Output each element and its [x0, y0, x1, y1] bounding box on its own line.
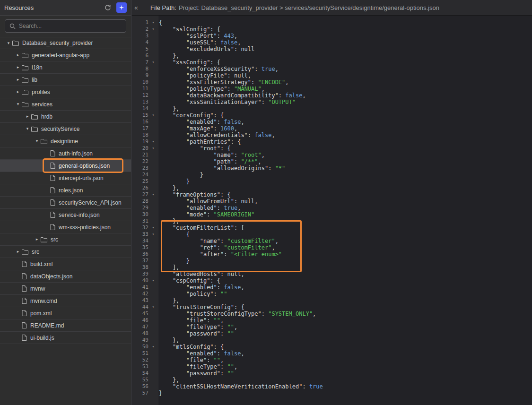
- code-line-30[interactable]: 30 "mode": "SAMEORIGIN": [132, 211, 532, 218]
- code-line-41[interactable]: 41 "enabled": false,: [132, 284, 532, 291]
- code-line-57[interactable]: 57}: [132, 390, 532, 396]
- fold-icon[interactable]: ▾: [150, 59, 157, 66]
- fold-icon[interactable]: ▾: [150, 145, 157, 152]
- code-line-24[interactable]: 24 }: [132, 172, 532, 178]
- fold-icon[interactable]: ▾: [150, 138, 157, 145]
- code-line-4[interactable]: 4 "useSSL": false,: [132, 39, 532, 46]
- fold-icon[interactable]: ▾: [150, 112, 157, 119]
- code-line-48[interactable]: 48 "password": "": [132, 330, 532, 337]
- code-line-33[interactable]: 33▾ {: [132, 231, 532, 238]
- tree-item-ui-build-js[interactable]: ui-build.js: [0, 332, 131, 344]
- fold-icon[interactable]: ▾: [150, 224, 157, 231]
- code-line-28[interactable]: 28 "allowFromUrl": null,: [132, 198, 532, 205]
- fold-icon[interactable]: ▾: [150, 26, 157, 33]
- fold-icon[interactable]: ▾: [150, 304, 157, 310]
- code-line-12[interactable]: 12 "dataBackwardCompatibility": false,: [132, 92, 532, 99]
- code-line-22[interactable]: 22 "path": "/**",: [132, 158, 532, 165]
- code-line-18[interactable]: 18 "allowCredentials": false,: [132, 132, 532, 138]
- fold-icon[interactable]: ▾: [150, 191, 157, 198]
- code-line-8[interactable]: 8 "enforceXssSecurity": true,: [132, 66, 532, 72]
- code-line-2[interactable]: 2▾ "sslConfig": {: [132, 26, 532, 33]
- code-line-46[interactable]: 46 "file": "",: [132, 317, 532, 324]
- code-line-53[interactable]: 53 "fileType": "",: [132, 363, 532, 370]
- search-input[interactable]: [19, 23, 122, 29]
- code-line-23[interactable]: 23 "allowedOrigins": "*": [132, 165, 532, 172]
- code-line-35[interactable]: 35 "ref": "customFilter",: [132, 244, 532, 251]
- code-line-19[interactable]: 19▾ "pathEntries": {: [132, 138, 532, 145]
- code-line-56[interactable]: 56 "clientSSLHostNameVerificationEnabled…: [132, 383, 532, 390]
- code-line-47[interactable]: 47 "fileType": "",: [132, 324, 532, 330]
- tree-item-securityservice[interactable]: ▾securityService: [0, 123, 131, 135]
- add-button[interactable]: +: [116, 2, 127, 13]
- code-line-25[interactable]: 25 }: [132, 178, 532, 185]
- tree-item-src[interactable]: ▸src: [0, 246, 131, 258]
- chevron-right-icon[interactable]: ▸: [14, 65, 22, 69]
- tree-item-generated-angular-app[interactable]: ▸generated-angular-app: [0, 49, 131, 61]
- code-line-55[interactable]: 55 },: [132, 377, 532, 383]
- code-line-13[interactable]: 13 "xssSanitizationLayer": "OUTPUT": [132, 99, 532, 105]
- code-line-38[interactable]: 38 ],: [132, 264, 532, 271]
- tree-item-profiles[interactable]: ▸profiles: [0, 86, 131, 98]
- fold-icon[interactable]: ▾: [150, 344, 157, 350]
- tree-item-mvnw-cmd[interactable]: mvnw.cmd: [0, 295, 131, 307]
- code-line-54[interactable]: 54 "password": "": [132, 370, 532, 377]
- tree-item-general-options-json[interactable]: general-options.json: [0, 160, 131, 172]
- code-line-15[interactable]: 15▾ "corsConfig": {: [132, 112, 532, 119]
- code-line-45[interactable]: 45 "trustStoreConfigType": "SYSTEM_ONLY"…: [132, 310, 532, 317]
- tree-item-services[interactable]: ▾services: [0, 98, 131, 111]
- code-line-21[interactable]: 21 "name": "root",: [132, 152, 532, 158]
- code-line-39[interactable]: 39 "allowedHosts": null,: [132, 271, 532, 277]
- tree-item-i18n[interactable]: ▸i18n: [0, 61, 131, 74]
- code-line-9[interactable]: 9 "policyFile": null,: [132, 72, 532, 79]
- chevron-right-icon[interactable]: ▸: [14, 53, 22, 57]
- chevron-down-icon[interactable]: ▾: [33, 139, 41, 143]
- chevron-down-icon[interactable]: ▾: [5, 41, 12, 45]
- code-line-29[interactable]: 29 "enabled": true,: [132, 205, 532, 211]
- code-line-10[interactable]: 10 "xssFilterStrategy": "ENCODE",: [132, 79, 532, 86]
- tree-item-pom-xml[interactable]: pom.xml: [0, 307, 131, 319]
- code-line-52[interactable]: 52 "file": "",: [132, 357, 532, 363]
- tree-item-service-info-json[interactable]: service-info.json: [0, 209, 131, 221]
- code-editor[interactable]: 1▾{2▾ "sslConfig": {3 "sslPort": 443,4 "…: [132, 16, 532, 405]
- code-line-7[interactable]: 7▾ "xssConfig": {: [132, 59, 532, 66]
- code-line-31[interactable]: 31 },: [132, 218, 532, 224]
- code-line-16[interactable]: 16 "enabled": false,: [132, 119, 532, 125]
- code-line-20[interactable]: 20▾ "root": {: [132, 145, 532, 152]
- code-line-51[interactable]: 51 "enabled": false,: [132, 350, 532, 357]
- code-line-34[interactable]: 34 "name": "customFilter",: [132, 238, 532, 244]
- refresh-icon[interactable]: [103, 3, 113, 12]
- tree-item-roles-json[interactable]: roles.json: [0, 184, 131, 197]
- tree-item-build-xml[interactable]: build.xml: [0, 258, 131, 270]
- tree-item-hrdb[interactable]: ▸hrdb: [0, 111, 131, 123]
- fold-icon[interactable]: ▾: [150, 19, 157, 26]
- chevron-down-icon[interactable]: ▾: [14, 102, 22, 106]
- tree-item-securityservice-api-json[interactable]: securityService_API.json: [0, 197, 131, 209]
- tree-item-intercept-urls-json[interactable]: intercept-urls.json: [0, 172, 131, 184]
- chevron-right-icon[interactable]: ▸: [14, 250, 22, 254]
- code-line-27[interactable]: 27▾ "frameOptions": {: [132, 191, 532, 198]
- code-line-26[interactable]: 26 },: [132, 185, 532, 191]
- code-line-37[interactable]: 37 }: [132, 258, 532, 264]
- chevron-down-icon[interactable]: ▾: [24, 127, 31, 131]
- code-line-50[interactable]: 50▾ "mtlsConfig": {: [132, 344, 532, 350]
- code-line-14[interactable]: 14 },: [132, 105, 532, 112]
- chevron-right-icon[interactable]: ▸: [24, 114, 31, 119]
- tree-item-src[interactable]: ▸src: [0, 233, 131, 246]
- code-line-42[interactable]: 42 "policy": "": [132, 291, 532, 297]
- chevron-right-icon[interactable]: ▸: [14, 90, 22, 94]
- tree-item-mvnw[interactable]: mvnw: [0, 283, 131, 295]
- search-box[interactable]: [5, 19, 126, 33]
- code-line-17[interactable]: 17 "maxAge": 1600,: [132, 125, 532, 132]
- tree-item-auth-info-json[interactable]: auth-info.json: [0, 147, 131, 160]
- code-line-5[interactable]: 5 "excludedUrls": null: [132, 46, 532, 52]
- code-line-49[interactable]: 49 },: [132, 337, 532, 344]
- code-line-40[interactable]: 40▾ "cspConfig": {: [132, 277, 532, 284]
- tree-item-dataobjects-json[interactable]: dataObjects.json: [0, 270, 131, 283]
- tree-item-lib[interactable]: ▸lib: [0, 74, 131, 86]
- tree-item-designtime[interactable]: ▾designtime: [0, 135, 131, 147]
- fold-icon[interactable]: ▾: [150, 277, 157, 284]
- tree-item-wm-xss-policies-json[interactable]: wm-xss-policies.json: [0, 221, 131, 233]
- tree-item-database-security-provider[interactable]: ▾Database_security_provider: [0, 37, 131, 49]
- code-line-6[interactable]: 6 },: [132, 52, 532, 59]
- code-line-3[interactable]: 3 "sslPort": 443,: [132, 33, 532, 39]
